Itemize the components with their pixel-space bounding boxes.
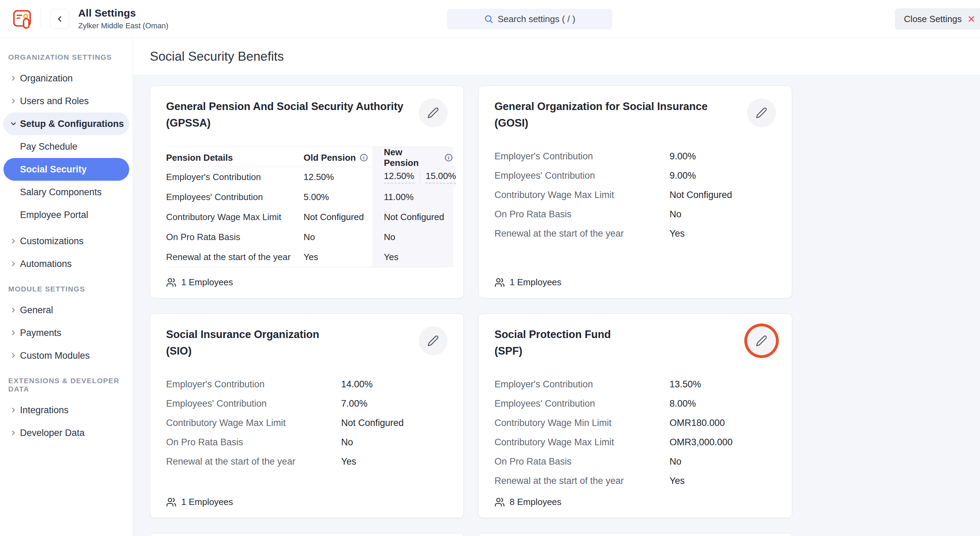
row-label: Employer's Contribution	[166, 167, 304, 187]
row-label: On Pro Rata Basis	[166, 227, 304, 247]
next-card-partial	[478, 533, 792, 536]
sidebar-item-payments[interactable]: Payments	[3, 321, 129, 344]
payroll-logo-icon[interactable]	[13, 9, 32, 29]
page-title: Social Security Benefits	[150, 49, 284, 64]
detail-row: Contributory Wage Min LimitOMR180.000	[495, 413, 776, 432]
detail-row: On Pro Rata BasisNo	[495, 452, 776, 471]
old-pension-value: Not Configured	[304, 207, 372, 227]
cards-grid: General Pension And Social Security Auth…	[133, 75, 980, 536]
sidebar-item-label: Pay Schedule	[20, 141, 78, 152]
chevron-right-icon	[10, 75, 17, 82]
edit-sio-button[interactable]	[419, 326, 448, 355]
close-settings-button[interactable]: Close Settings	[895, 8, 980, 30]
sidebar-item-label: Customizations	[20, 236, 84, 247]
employees-count: 1 Employees	[495, 277, 776, 288]
pencil-icon	[756, 107, 767, 119]
chevron-right-icon	[10, 329, 17, 337]
page-title-bar: Social Security Benefits	[133, 38, 980, 75]
sidebar-item-customizations[interactable]: Customizations	[3, 230, 129, 252]
old-pension-value: Yes	[304, 247, 372, 267]
employees-count-label: 1 Employees	[181, 277, 233, 288]
employees-count-label: 8 Employees	[510, 497, 561, 507]
detail-row: Employer's Contribution9.00%	[495, 147, 776, 166]
back-button[interactable]	[50, 9, 69, 29]
row-label: Employees' Contribution	[166, 187, 304, 207]
sidebar-item-general[interactable]: General	[3, 299, 129, 321]
edit-gpssa-button[interactable]	[419, 98, 448, 127]
sidebar-item-integrations[interactable]: Integrations	[3, 399, 129, 421]
detail-row: Employer's Contribution13.50%	[495, 375, 776, 394]
sidebar-item-pay-schedule[interactable]: Pay Schedule	[3, 135, 129, 158]
row-label: Renewal at the start of the year	[166, 247, 304, 267]
chevron-right-icon	[10, 406, 17, 414]
detail-row: Renewal at the start of the yearYes	[166, 452, 448, 471]
detail-row: Employer's Contribution14.00%	[166, 375, 448, 394]
info-icon[interactable]	[360, 153, 368, 162]
users-icon	[166, 497, 177, 507]
close-icon	[967, 14, 976, 24]
new-pension-value-b[interactable]: 15.00%	[426, 171, 456, 183]
sidebar-item-label: Developer Data	[20, 428, 85, 439]
sidebar-item-organization[interactable]: Organization	[3, 67, 129, 90]
column-header: New Pension	[372, 147, 453, 168]
edit-gosi-button[interactable]	[747, 98, 776, 127]
table-row: Renewal at the start of the year Yes Yes	[166, 247, 448, 267]
detail-row: Renewal at the start of the yearYes	[495, 471, 776, 490]
detail-row: Employees' Contribution9.00%	[495, 166, 776, 185]
close-settings-label: Close Settings	[904, 14, 962, 24]
top-header: All Settings Zylker Middle East (Oman) S…	[0, 0, 980, 38]
old-pension-value: 12.50%	[304, 167, 372, 187]
settings-title: All Settings	[78, 7, 169, 19]
info-icon[interactable]	[444, 153, 453, 162]
chevron-right-icon	[10, 237, 17, 245]
sidebar-item-users-and-roles[interactable]: Users and Roles	[3, 90, 129, 112]
edit-spf-button-highlighted[interactable]	[747, 326, 776, 355]
next-card-partial	[150, 533, 464, 536]
row-label: Contributory Wage Max Limit	[166, 207, 304, 227]
sidebar-item-label: Users and Roles	[20, 96, 89, 107]
sidebar-item-setup-configurations[interactable]: Setup & Configurations	[3, 112, 129, 135]
section-label-organization-settings: ORGANIZATION SETTINGS	[8, 53, 124, 61]
search-icon	[484, 14, 493, 24]
pension-table-header-row: Pension Details Old Pension New Pension	[166, 147, 448, 167]
main-content: Social Security Benefits General Pension…	[133, 38, 980, 536]
section-label-extensions-developer-data: EXTENSIONS & DEVELOPER DATA	[8, 376, 124, 393]
sidebar-item-label: Social Security	[20, 164, 87, 175]
employees-count: 1 Employees	[166, 277, 448, 288]
card-title: General Organization for Social Insuranc…	[495, 98, 708, 131]
value-divider	[420, 170, 420, 184]
detail-row: On Pro Rata BasisNo	[495, 204, 776, 224]
detail-row: Employees' Contribution7.00%	[166, 394, 448, 413]
chevron-right-icon	[10, 429, 17, 437]
employees-count-label: 1 Employees	[181, 497, 233, 507]
detail-row: Contributory Wage Max LimitNot Configure…	[166, 413, 448, 432]
sidebar-item-salary-components[interactable]: Salary Components	[3, 181, 129, 204]
sidebar-item-label: Organization	[20, 73, 73, 84]
gpssa-card: General Pension And Social Security Auth…	[150, 86, 464, 298]
sidebar-item-label: Salary Components	[20, 187, 102, 198]
chevron-right-icon	[10, 352, 17, 359]
new-pension-value: Not Configured	[372, 207, 453, 227]
pencil-icon	[427, 335, 439, 347]
sidebar-item-developer-data[interactable]: Developer Data	[3, 421, 129, 444]
new-pension-value: 11.00%	[372, 187, 453, 207]
new-pension-value-a[interactable]: 12.50%	[384, 171, 414, 183]
search-settings-input[interactable]: Search settings ( / )	[447, 9, 612, 29]
employees-count-label: 1 Employees	[510, 277, 561, 288]
chevron-right-icon	[10, 306, 17, 314]
sidebar-item-automations[interactable]: Automations	[3, 252, 129, 275]
employees-count: 1 Employees	[166, 497, 448, 507]
chevron-right-icon	[10, 260, 17, 268]
pension-table: Pension Details Old Pension New Pension …	[166, 147, 448, 267]
chevron-down-icon	[10, 120, 17, 128]
pencil-icon	[756, 335, 767, 347]
users-icon	[166, 277, 177, 288]
table-row: Employees' Contribution 5.00% 11.00%	[166, 187, 448, 207]
sidebar: ORGANIZATION SETTINGS Organization Users…	[0, 38, 133, 536]
sidebar-item-social-security[interactable]: Social Security	[3, 158, 129, 181]
header-divider	[41, 9, 41, 29]
sidebar-item-label: General	[20, 305, 53, 316]
sidebar-item-employee-portal[interactable]: Employee Portal	[3, 204, 129, 226]
sidebar-item-custom-modules[interactable]: Custom Modules	[3, 344, 129, 367]
spf-card: Social Protection Fund (SPF) Employer's …	[478, 314, 792, 518]
